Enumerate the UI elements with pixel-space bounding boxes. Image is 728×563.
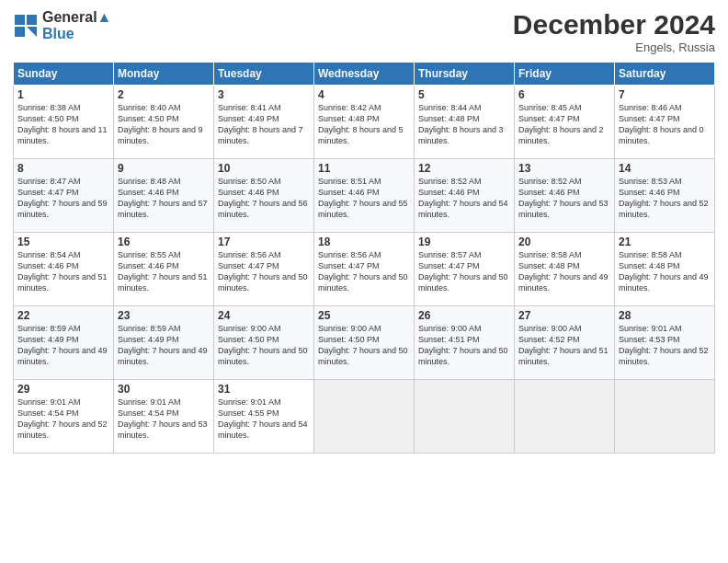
day-info: Sunrise: 8:46 AMSunset: 4:47 PMDaylight:… [619, 102, 711, 147]
day-info: Sunrise: 8:44 AMSunset: 4:48 PMDaylight:… [418, 102, 510, 147]
day-cell: 16Sunrise: 8:55 AMSunset: 4:46 PMDayligh… [114, 233, 214, 306]
col-wednesday: Wednesday [314, 63, 415, 86]
day-info: Sunrise: 8:58 AMSunset: 4:48 PMDaylight:… [619, 249, 711, 294]
svg-rect-0 [15, 15, 25, 25]
day-info: Sunrise: 8:58 AMSunset: 4:48 PMDaylight:… [518, 249, 610, 294]
day-number: 9 [118, 162, 210, 175]
day-cell: 26Sunrise: 9:00 AMSunset: 4:51 PMDayligh… [415, 306, 515, 380]
day-number: 1 [17, 88, 109, 101]
day-cell [314, 380, 415, 454]
day-cell [615, 380, 715, 454]
day-cell: 28Sunrise: 9:01 AMSunset: 4:53 PMDayligh… [615, 306, 715, 380]
day-cell: 3Sunrise: 8:41 AMSunset: 4:49 PMDaylight… [214, 86, 314, 159]
day-cell: 14Sunrise: 8:53 AMSunset: 4:46 PMDayligh… [615, 159, 715, 233]
col-thursday: Thursday [415, 63, 515, 86]
day-cell: 23Sunrise: 8:59 AMSunset: 4:49 PMDayligh… [114, 306, 214, 380]
day-info: Sunrise: 9:00 AMSunset: 4:50 PMDaylight:… [218, 323, 310, 368]
day-number: 13 [518, 162, 610, 175]
location: Engels, Russia [513, 40, 715, 54]
day-cell: 18Sunrise: 8:56 AMSunset: 4:47 PMDayligh… [314, 233, 415, 306]
day-info: Sunrise: 9:00 AMSunset: 4:52 PMDaylight:… [518, 323, 610, 368]
header: General▲ Blue December 2024 Engels, Russ… [13, 9, 715, 54]
day-number: 12 [418, 162, 510, 175]
page-container: General▲ Blue December 2024 Engels, Russ… [0, 0, 728, 563]
header-row: Sunday Monday Tuesday Wednesday Thursday… [14, 63, 715, 86]
day-cell: 9Sunrise: 8:48 AMSunset: 4:46 PMDaylight… [114, 159, 214, 233]
day-info: Sunrise: 8:48 AMSunset: 4:46 PMDaylight:… [118, 176, 210, 221]
day-info: Sunrise: 8:57 AMSunset: 4:47 PMDaylight:… [418, 249, 510, 294]
col-friday: Friday [515, 63, 615, 86]
day-cell: 27Sunrise: 9:00 AMSunset: 4:52 PMDayligh… [515, 306, 615, 380]
day-info: Sunrise: 8:59 AMSunset: 4:49 PMDaylight:… [118, 323, 210, 368]
day-info: Sunrise: 9:00 AMSunset: 4:50 PMDaylight:… [318, 323, 410, 368]
day-info: Sunrise: 8:56 AMSunset: 4:47 PMDaylight:… [218, 249, 310, 294]
week-row-3: 15Sunrise: 8:54 AMSunset: 4:46 PMDayligh… [14, 233, 715, 306]
day-number: 10 [218, 162, 310, 175]
week-row-1: 1Sunrise: 8:38 AMSunset: 4:50 PMDaylight… [14, 86, 715, 159]
day-info: Sunrise: 8:55 AMSunset: 4:46 PMDaylight:… [118, 249, 210, 294]
day-cell: 20Sunrise: 8:58 AMSunset: 4:48 PMDayligh… [515, 233, 615, 306]
day-number: 4 [318, 88, 410, 101]
day-cell: 8Sunrise: 8:47 AMSunset: 4:47 PMDaylight… [14, 159, 114, 233]
col-sunday: Sunday [14, 63, 114, 86]
day-cell: 12Sunrise: 8:52 AMSunset: 4:46 PMDayligh… [415, 159, 515, 233]
day-cell: 21Sunrise: 8:58 AMSunset: 4:48 PMDayligh… [615, 233, 715, 306]
day-number: 28 [619, 309, 711, 322]
day-info: Sunrise: 8:52 AMSunset: 4:46 PMDaylight:… [418, 176, 510, 221]
day-number: 8 [17, 162, 109, 175]
day-number: 22 [17, 309, 109, 322]
day-number: 5 [418, 88, 510, 101]
day-info: Sunrise: 8:53 AMSunset: 4:46 PMDaylight:… [619, 176, 711, 221]
day-cell: 15Sunrise: 8:54 AMSunset: 4:46 PMDayligh… [14, 233, 114, 306]
svg-rect-2 [15, 27, 25, 37]
week-row-4: 22Sunrise: 8:59 AMSunset: 4:49 PMDayligh… [14, 306, 715, 380]
logo-icon [13, 13, 39, 39]
day-info: Sunrise: 8:38 AMSunset: 4:50 PMDaylight:… [17, 102, 109, 147]
day-info: Sunrise: 8:56 AMSunset: 4:47 PMDaylight:… [318, 249, 410, 294]
day-cell [515, 380, 615, 454]
day-number: 23 [118, 309, 210, 322]
day-number: 16 [118, 236, 210, 248]
day-number: 6 [518, 88, 610, 101]
week-row-2: 8Sunrise: 8:47 AMSunset: 4:47 PMDaylight… [14, 159, 715, 233]
day-cell: 5Sunrise: 8:44 AMSunset: 4:48 PMDaylight… [415, 86, 515, 159]
day-number: 30 [118, 383, 210, 396]
day-number: 27 [518, 309, 610, 322]
day-cell: 19Sunrise: 8:57 AMSunset: 4:47 PMDayligh… [415, 233, 515, 306]
day-cell: 25Sunrise: 9:00 AMSunset: 4:50 PMDayligh… [314, 306, 415, 380]
day-cell: 4Sunrise: 8:42 AMSunset: 4:48 PMDaylight… [314, 86, 415, 159]
svg-rect-1 [27, 15, 37, 25]
day-number: 29 [17, 383, 109, 396]
day-cell: 24Sunrise: 9:00 AMSunset: 4:50 PMDayligh… [214, 306, 314, 380]
day-number: 20 [518, 236, 610, 248]
day-number: 19 [418, 236, 510, 248]
day-cell: 2Sunrise: 8:40 AMSunset: 4:50 PMDaylight… [114, 86, 214, 159]
day-cell: 22Sunrise: 8:59 AMSunset: 4:49 PMDayligh… [14, 306, 114, 380]
day-info: Sunrise: 8:41 AMSunset: 4:49 PMDaylight:… [218, 102, 310, 147]
logo-text: General▲ Blue [42, 9, 111, 42]
day-number: 7 [619, 88, 711, 101]
day-info: Sunrise: 8:45 AMSunset: 4:47 PMDaylight:… [518, 102, 610, 147]
month-title: December 2024 [513, 9, 715, 40]
day-number: 3 [218, 88, 310, 101]
day-cell [415, 380, 515, 454]
col-saturday: Saturday [615, 63, 715, 86]
day-number: 2 [118, 88, 210, 101]
day-info: Sunrise: 8:40 AMSunset: 4:50 PMDaylight:… [118, 102, 210, 147]
day-info: Sunrise: 9:01 AMSunset: 4:53 PMDaylight:… [619, 323, 711, 368]
day-cell: 7Sunrise: 8:46 AMSunset: 4:47 PMDaylight… [615, 86, 715, 159]
day-cell: 29Sunrise: 9:01 AMSunset: 4:54 PMDayligh… [14, 380, 114, 454]
day-number: 25 [318, 309, 410, 322]
day-info: Sunrise: 9:00 AMSunset: 4:51 PMDaylight:… [418, 323, 510, 368]
calendar-table: Sunday Monday Tuesday Wednesday Thursday… [13, 62, 715, 454]
day-info: Sunrise: 8:51 AMSunset: 4:46 PMDaylight:… [318, 176, 410, 221]
day-cell: 10Sunrise: 8:50 AMSunset: 4:46 PMDayligh… [214, 159, 314, 233]
day-info: Sunrise: 9:01 AMSunset: 4:54 PMDaylight:… [17, 396, 109, 442]
day-cell: 1Sunrise: 8:38 AMSunset: 4:50 PMDaylight… [14, 86, 114, 159]
day-cell: 11Sunrise: 8:51 AMSunset: 4:46 PMDayligh… [314, 159, 415, 233]
day-info: Sunrise: 8:47 AMSunset: 4:47 PMDaylight:… [17, 176, 109, 221]
col-tuesday: Tuesday [214, 63, 314, 86]
day-number: 26 [418, 309, 510, 322]
logo: General▲ Blue [13, 9, 111, 42]
day-cell: 6Sunrise: 8:45 AMSunset: 4:47 PMDaylight… [515, 86, 615, 159]
